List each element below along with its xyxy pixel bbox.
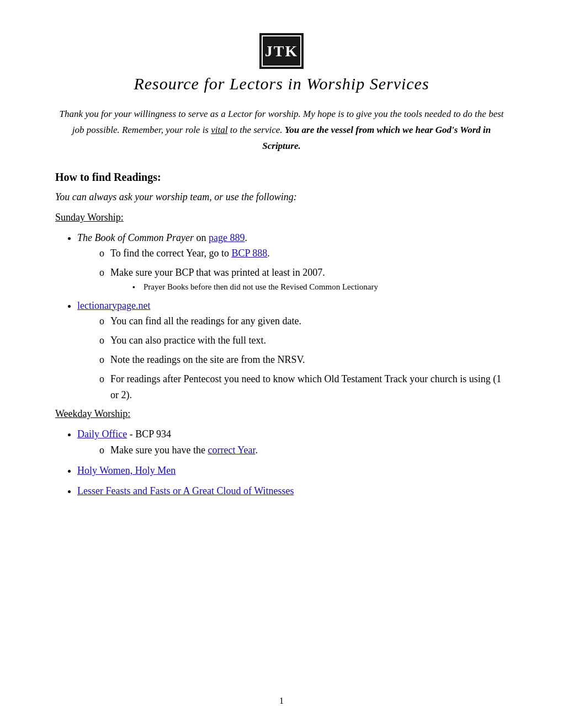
weekday-item-lesser-feasts: Lesser Feasts and Fasts or A Great Cloud…	[77, 483, 508, 499]
correct-year-link[interactable]: correct Year	[208, 445, 255, 456]
lectionary-text-3: Note the readings on the site are from t…	[110, 354, 305, 365]
bcp-square-text: Prayer Books before then did not use the…	[144, 282, 378, 291]
lectionary-text-4: For readings after Pentecost you need to…	[110, 373, 501, 400]
sunday-bullet-list: The Book of Common Prayer on page 889. T…	[77, 230, 508, 403]
daily-office-link[interactable]: Daily Office	[77, 429, 127, 440]
bcp-square-item: Prayer Books before then did not use the…	[132, 281, 508, 293]
how-to-find-section: How to find Readings: You can always ask…	[55, 171, 508, 499]
bcp-page-889-link[interactable]: page 889	[209, 232, 245, 243]
lectionary-sub-item-4: For readings after Pentecost you need to…	[99, 371, 508, 403]
bcp-on-text: on	[196, 232, 209, 243]
weekday-worship-label: Weekday Worship:	[55, 408, 508, 420]
weekday-item-holy-women: Holy Women, Holy Men	[77, 463, 508, 479]
daily-office-sub-item: Make sure you have the correct Year.	[99, 442, 508, 458]
lectionary-sub-list: You can find all the readings for any gi…	[99, 313, 508, 403]
lectionary-text-2: You can also practice with the full text…	[110, 335, 266, 346]
lectionary-sub-item-1: You can find all the readings for any gi…	[99, 313, 508, 329]
weekday-bullet-list: Daily Office - BCP 934 Make sure you hav…	[77, 426, 508, 499]
weekday-item-daily-office: Daily Office - BCP 934 Make sure you hav…	[77, 426, 508, 458]
sunday-worship-label: Sunday Worship:	[55, 212, 508, 223]
daily-office-sub-text: Make sure you have the	[110, 445, 208, 456]
page-number: 1	[0, 696, 563, 706]
logo-container: JTK	[55, 33, 508, 69]
bcp-sub-item-year: To find the correct Year, go to BCP 888.	[99, 245, 508, 261]
bcp-year-text: To find the correct Year, go to	[110, 248, 231, 259]
how-to-find-subheading: You can always ask your worship team, or…	[55, 191, 508, 203]
bcp-italic-text: The Book of Common Prayer	[77, 232, 194, 243]
bcp-square-list: Prayer Books before then did not use the…	[132, 281, 508, 293]
lectionary-sub-item-2: You can also practice with the full text…	[99, 333, 508, 349]
intro-paragraph: Thank you for your willingness to serve …	[55, 106, 508, 154]
holy-women-link[interactable]: Holy Women, Holy Men	[77, 465, 176, 476]
how-to-find-heading: How to find Readings:	[55, 171, 508, 184]
lectionary-sub-item-3: Note the readings on the site are from t…	[99, 352, 508, 368]
intro-part2: to the service.	[227, 125, 284, 135]
bcp-period: .	[245, 232, 247, 243]
logo-box: JTK	[259, 33, 304, 69]
page: JTK Resource for Lectors in Worship Serv…	[0, 0, 563, 728]
bcp-sub-list: To find the correct Year, go to BCP 888.…	[99, 245, 508, 293]
bcp-sub-item-2007: Make sure your BCP that was printed at l…	[99, 265, 508, 293]
daily-office-sub-list: Make sure you have the correct Year.	[99, 442, 508, 458]
lectionarypage-link[interactable]: lectionarypage.net	[77, 300, 150, 311]
bcp-2007-text: Make sure your BCP that was printed at l…	[110, 267, 325, 278]
daily-office-bcp: - BCP 934	[130, 429, 171, 440]
sunday-item-lectionary: lectionarypage.net You can find all the …	[77, 298, 508, 403]
lectionary-text-1: You can find all the readings for any gi…	[110, 315, 301, 326]
logo-text: JTK	[265, 42, 298, 60]
lesser-feasts-link[interactable]: Lesser Feasts and Fasts or A Great Cloud…	[77, 485, 294, 496]
intro-bold: You are the vessel from which we hear Go…	[262, 125, 491, 151]
main-title: Resource for Lectors in Worship Services	[55, 74, 508, 93]
sunday-item-bcp: The Book of Common Prayer on page 889. T…	[77, 230, 508, 293]
bcp-888-link[interactable]: BCP 888	[231, 248, 267, 259]
intro-underline: vital	[211, 125, 227, 135]
